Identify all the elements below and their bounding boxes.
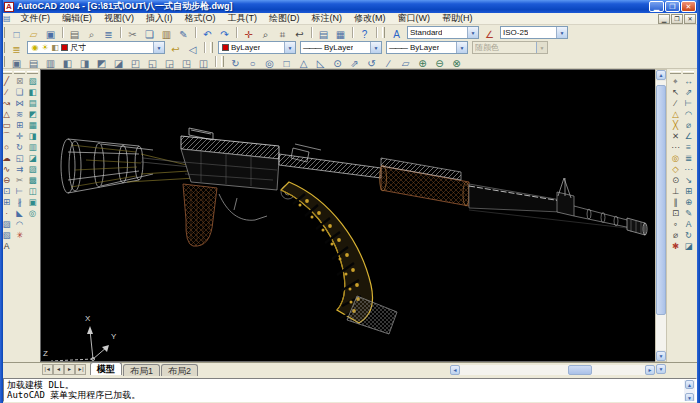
scale-button[interactable]: ◱ [13, 153, 26, 164]
baseline-dimension-button[interactable]: ≣ [682, 153, 695, 164]
dish-button[interactable]: ▨ [26, 164, 39, 175]
scrollbar-thumb[interactable] [656, 85, 666, 315]
dome-button[interactable]: ◪ [26, 153, 39, 164]
menu-item[interactable]: 绘图(D) [263, 13, 306, 23]
continue-dimension-button[interactable]: ⋯ [682, 164, 695, 175]
tolerance-button[interactable]: ⊞ [682, 186, 695, 197]
menu-item[interactable]: 标注(N) [306, 13, 349, 23]
chevron-down-icon[interactable]: ▼ [456, 42, 467, 53]
drawing-canvas[interactable]: X Y Z [40, 69, 655, 362]
tab-布局1[interactable]: 布局1 [123, 364, 160, 376]
snap-to-quadrant-button[interactable]: ◇ [669, 164, 682, 175]
layer-on-button[interactable]: ◉ [30, 42, 40, 53]
stretch-button[interactable]: ⇉ [13, 164, 26, 175]
aligned-dimension-button[interactable]: ⇗ [682, 87, 695, 98]
snap-from-button[interactable]: ↖ [669, 87, 682, 98]
chamfer-button[interactable]: ◣ [13, 208, 26, 219]
toolbar-grip[interactable] [27, 71, 38, 74]
tab-模型[interactable]: 模型 [90, 362, 122, 375]
snap-to-endpoint-button[interactable]: ∕ [669, 98, 682, 109]
text-style-combo[interactable]: Standard ▼ [407, 26, 479, 39]
offset-button[interactable]: ≋ [13, 109, 26, 120]
restore-button[interactable]: ❐ [665, 1, 680, 12]
dim-style-combo[interactable]: ISO-25 ▼ [500, 26, 568, 39]
2d-solid-button[interactable]: ▧ [26, 76, 39, 87]
menu-item[interactable]: 窗口(W) [392, 13, 437, 23]
scroll-left-icon[interactable]: ◄ [450, 365, 460, 375]
toolbar-grip[interactable] [670, 71, 681, 74]
child-restore-button[interactable]: ❐ [671, 14, 683, 24]
previous-tab-button[interactable]: ◄ [53, 364, 64, 375]
3d-face-button[interactable]: ◧ [26, 87, 39, 98]
sphere-surface-button[interactable]: ▥ [26, 142, 39, 153]
close-button[interactable]: ✕ [681, 1, 696, 12]
dimension-edit-button[interactable]: ✎ [682, 208, 695, 219]
menu-item[interactable]: 修改(M) [348, 13, 392, 23]
child-close-button[interactable]: ✕ [684, 14, 696, 24]
rotate-button[interactable]: ↻ [13, 142, 26, 153]
scroll-up-icon[interactable]: ▲ [656, 70, 666, 80]
tab-布局2[interactable]: 布局2 [161, 364, 198, 376]
fillet-button[interactable]: ◠ [13, 219, 26, 230]
explode-button[interactable]: ✳ [13, 230, 26, 241]
snap-to-midpoint-button[interactable]: △ [669, 109, 682, 120]
command-history[interactable]: 加载建模 DLL。AutoCAD 菜单实用程序已加载。 ▲ ▼ [3, 378, 697, 402]
break-button[interactable]: ∦ [13, 197, 26, 208]
move-button[interactable]: ✛ [13, 131, 26, 142]
snap-to-intersection-button[interactable]: ╳ [669, 120, 682, 131]
pyramid-button[interactable]: ▦ [26, 120, 39, 131]
toolbar-grip[interactable] [14, 71, 25, 74]
chevron-down-icon[interactable]: ▼ [556, 27, 567, 38]
menu-item[interactable]: 插入(I) [140, 13, 179, 23]
layer-lock-button[interactable]: ◧ [50, 42, 60, 53]
dimension-update-button[interactable]: ↻ [682, 230, 695, 241]
snap-to-extension-button[interactable]: ⋯ [669, 142, 682, 153]
radius-dimension-button[interactable]: ◠ [682, 109, 695, 120]
chevron-down-icon[interactable]: ▼ [284, 42, 295, 53]
snap-to-node-button[interactable]: ∘ [669, 219, 682, 230]
canvas-horizontal-scrollbar[interactable]: ◄ ► [450, 364, 655, 376]
quick-leader-button[interactable]: ↘ [682, 175, 695, 186]
snap-to-nearest-button[interactable]: ⌀ [669, 230, 682, 241]
menu-item[interactable]: 编辑(E) [56, 13, 98, 23]
child-minimize-button[interactable]: ▁ [658, 14, 670, 24]
copy-object-button[interactable]: ❏ [13, 87, 26, 98]
menu-item[interactable]: 工具(T) [222, 13, 264, 23]
revolved-surface-button[interactable]: ◎ [26, 208, 39, 219]
snap-to-insert-button[interactable]: ⊡ [669, 208, 682, 219]
first-tab-button[interactable]: |◄ [42, 364, 53, 375]
ordinate-dimension-button[interactable]: ⊢ [682, 98, 695, 109]
scroll-up-icon[interactable]: ▲ [685, 380, 694, 389]
center-mark-button[interactable]: ⊕ [682, 197, 695, 208]
trim-button[interactable]: ✂ [13, 175, 26, 186]
scroll-down-icon[interactable]: ▼ [656, 351, 666, 361]
scroll-right-icon[interactable]: ► [645, 365, 655, 375]
quick-dimension-button[interactable]: ≡ [682, 142, 695, 153]
menu-item[interactable]: 文件(F) [15, 13, 57, 23]
next-tab-button[interactable]: ► [64, 364, 75, 375]
scrollbar-thumb[interactable] [568, 365, 592, 375]
wedge-surface-button[interactable]: ◩ [26, 109, 39, 120]
chevron-down-icon[interactable]: ▼ [153, 42, 164, 53]
toolbar-grip[interactable] [683, 71, 694, 74]
linear-dimension-button[interactable]: ↔ [682, 76, 695, 87]
scrollbar-track[interactable] [656, 81, 666, 350]
dimension-text-edit-button[interactable]: A [682, 219, 695, 230]
toolbar-grip[interactable] [382, 27, 385, 38]
erase-button[interactable]: ⊠ [13, 76, 26, 87]
command-window[interactable]: 加载建模 DLL。AutoCAD 菜单实用程序已加载。 ▲ ▼ [0, 376, 700, 403]
edge-button[interactable]: ◫ [26, 186, 39, 197]
toolbar-grip[interactable] [210, 42, 213, 53]
osnap-settings-button[interactable]: ✱ [669, 241, 682, 252]
array-button[interactable]: ⊞ [13, 120, 26, 131]
command-scrollbar[interactable]: ▲ ▼ [684, 380, 695, 402]
torus-surface-button[interactable]: ▩ [26, 175, 39, 186]
cone-surface-button[interactable]: ◨ [26, 131, 39, 142]
snap-to-apparent-intersection-button[interactable]: ✕ [669, 131, 682, 142]
dimension-style-button[interactable]: ◪ [682, 241, 695, 252]
extend-button[interactable]: ⊢ [13, 186, 26, 197]
layer-freeze-button[interactable]: ☀ [40, 42, 50, 53]
last-tab-button[interactable]: ►| [75, 364, 86, 375]
diameter-dimension-button[interactable]: ⌀ [682, 120, 695, 131]
scrollbar-track[interactable] [460, 365, 645, 375]
